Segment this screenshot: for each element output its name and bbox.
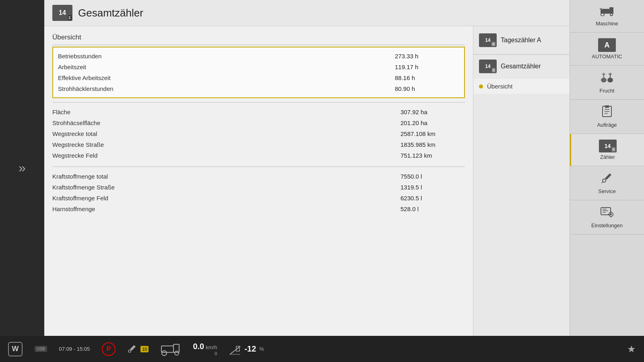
slope-display: -12 % xyxy=(229,343,264,355)
svg-point-3 xyxy=(610,13,613,16)
sidebar-item-maschine[interactable]: Maschine xyxy=(570,0,644,33)
sub-panel: 14 A Tageszähler A 14 Σ Gesamtzähler xyxy=(473,26,570,336)
active-dot xyxy=(479,84,483,88)
service-label: Service xyxy=(598,188,615,194)
maschine-label: Maschine xyxy=(596,21,618,27)
table-row: Harnstoffmenge 528.0 l xyxy=(52,204,465,214)
speed-value: 0.0 xyxy=(193,342,204,351)
svg-rect-4 xyxy=(600,8,602,10)
table-row: Fläche 307.92 ha xyxy=(52,107,465,117)
w-badge: W xyxy=(8,342,23,356)
area-section: Fläche 307.92 ha Strohhäcselfläche 201.2… xyxy=(52,102,465,165)
wrench-icon xyxy=(128,344,137,354)
left-edge: » xyxy=(0,0,44,336)
frucht-icon xyxy=(600,71,614,86)
svg-point-5 xyxy=(601,78,607,82)
overview-header: Übersicht xyxy=(52,30,465,45)
page-icon: 14 Σ xyxy=(52,5,72,21)
auftraege-label: Aufträge xyxy=(597,122,617,128)
sub-icon-gesamtzaehler: 14 Σ xyxy=(479,60,497,73)
tageszaehler-title: Tageszähler A xyxy=(501,37,541,44)
svg-line-35 xyxy=(230,346,240,354)
frucht-label: Frucht xyxy=(600,88,615,94)
page-header: 14 Σ Gesamtzähler xyxy=(44,0,570,26)
maschine-icon xyxy=(600,6,614,19)
sub-panel-header-1[interactable]: 14 A Tageszähler A xyxy=(473,30,570,50)
content-body: Übersicht Betriebsstunden 273.33 h Arbei… xyxy=(44,26,570,336)
table-row: Wegstrecke Feld 751.123 km xyxy=(52,150,465,161)
svg-point-25 xyxy=(610,214,612,215)
favorites-button[interactable]: ★ xyxy=(627,343,636,355)
speed-display: 0.0 km/h 0 xyxy=(193,342,217,356)
auftraege-icon xyxy=(601,105,613,120)
gesamtzaehler-title: Gesamtzähler xyxy=(501,63,541,70)
zaehler-icon: 14 0 xyxy=(599,140,617,152)
automatic-label: AUTOMATIC xyxy=(592,53,622,60)
table-row: Strohhäcklerstunden 80.90 h xyxy=(58,83,459,94)
table-row: Kraftstoffmenge Feld 6230.5 l xyxy=(52,193,465,204)
parking-indicator: P xyxy=(102,342,116,356)
slope-icon xyxy=(229,343,241,355)
main-content: 14 Σ Gesamtzähler Übersicht Betriebsstun… xyxy=(44,0,570,336)
svg-line-19 xyxy=(602,182,603,183)
sub-menu-item-ubersicht[interactable]: Übersicht xyxy=(473,79,570,94)
einstellungen-label: Einstellungen xyxy=(591,222,623,228)
page-title: Gesamtzähler xyxy=(78,7,143,19)
svg-rect-17 xyxy=(605,105,609,108)
sidebar-item-frucht[interactable]: Frucht xyxy=(570,66,644,100)
service-icon xyxy=(601,172,613,187)
sidebar-item-automatic[interactable]: A AUTOMATIC xyxy=(570,33,644,66)
slope-value: -12 xyxy=(244,344,256,354)
time-display: 07:09 - 15:05 xyxy=(59,346,90,352)
sidebar-item-zaehler[interactable]: 14 0 Zähler xyxy=(570,134,644,166)
svg-point-33 xyxy=(162,351,167,356)
table-row: Arbeitszeit 119.17 h xyxy=(58,62,459,72)
svg-point-18 xyxy=(603,179,606,182)
svg-rect-1 xyxy=(609,7,613,14)
right-nav: Maschine A AUTOMATIC Frucht xyxy=(570,0,644,336)
time-value: 07:09 - 15:05 xyxy=(59,346,90,352)
time-section: Betriebsstunden 273.33 h Arbeitszeit 119… xyxy=(52,47,465,98)
usb-indicator: USB xyxy=(35,346,47,352)
wrench-count: 10 xyxy=(140,346,149,352)
sidebar-item-auftraege[interactable]: Aufträge xyxy=(570,100,644,134)
table-row: Wegstrecke Straße 1835.985 km xyxy=(52,139,465,150)
collapse-button[interactable]: » xyxy=(19,160,26,175)
bottom-bar: W USB 07:09 - 15:05 P 10 0.0 km/h 0 xyxy=(0,336,644,362)
table-row: Kraftstoffmenge total 7550.0 l xyxy=(52,171,465,182)
slope-unit: % xyxy=(259,346,264,352)
automatic-icon: A xyxy=(598,38,616,52)
table-row: Effektive Arbeitszeit 88.16 h xyxy=(58,72,459,83)
table-row: Betriebsstunden 273.33 h xyxy=(58,51,459,62)
sidebar-item-einstellungen[interactable]: Einstellungen xyxy=(570,200,644,234)
wrench-indicator: 10 xyxy=(128,344,149,354)
svg-point-30 xyxy=(128,350,131,352)
divider xyxy=(473,54,570,55)
table-row: Wegstrecke total 2587.108 km xyxy=(52,128,465,139)
zaehler-label: Zähler xyxy=(600,154,615,160)
fuel-section: Kraftstoffmenge total 7550.0 l Kraftstof… xyxy=(52,167,465,218)
speed-sub: 0 xyxy=(215,351,217,356)
sub-icon-tageszaehler: 14 A xyxy=(479,33,497,47)
main-table: Übersicht Betriebsstunden 273.33 h Arbei… xyxy=(44,26,473,336)
einstellungen-icon xyxy=(600,206,614,221)
table-row: Strohhäcselfläche 201.20 ha xyxy=(52,117,465,128)
sub-menu-label: Übersicht xyxy=(487,83,512,90)
sub-panel-header-2[interactable]: 14 Σ Gesamtzähler xyxy=(473,56,570,76)
sidebar-item-service[interactable]: Service xyxy=(570,166,644,200)
tractor-outline-icon xyxy=(161,342,181,356)
table-row: Kraftstoffmenge Straße 1319.5 l xyxy=(52,182,465,193)
svg-point-34 xyxy=(175,351,179,355)
svg-point-9 xyxy=(607,78,613,82)
usb-badge: USB xyxy=(35,346,47,352)
speed-unit: km/h xyxy=(206,344,217,350)
